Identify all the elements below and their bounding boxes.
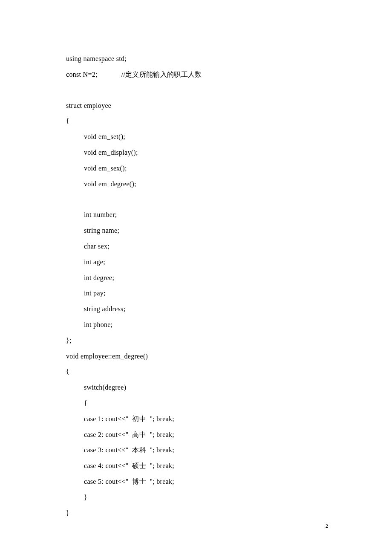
code-line: }: [66, 490, 328, 506]
code-line: int degree;: [66, 270, 328, 286]
code-line: void em_display();: [66, 145, 328, 161]
code-line: case 4: cout<<" 硕士 "; break;: [66, 458, 328, 474]
code-line: case 1: cout<<" 初中 "; break;: [66, 411, 328, 427]
code-line: {: [66, 396, 328, 411]
code-line: case 2: cout<<" 高中 "; break;: [66, 427, 328, 443]
code-line: case 3: cout<<" 本科 "; break;: [66, 442, 328, 458]
code-line: void employee::em_degree(): [66, 349, 328, 364]
code-line: string name;: [66, 223, 328, 239]
code-line: };: [66, 333, 328, 349]
code-line: {: [66, 364, 328, 380]
blank-line: [66, 192, 328, 207]
code-line: struct employee: [66, 98, 328, 114]
code-line: int pay;: [66, 286, 328, 301]
blank-line: [66, 83, 328, 98]
code-line: switch(degree): [66, 380, 328, 396]
code-line: int number;: [66, 207, 328, 223]
code-line: {: [66, 113, 328, 129]
document-page: using namespace std; const N=2; //定义所能输入…: [0, 0, 392, 546]
code-line: string address;: [66, 301, 328, 317]
code-line: case 5: cout<<" 博士 "; break;: [66, 474, 328, 490]
code-line: char sex;: [66, 239, 328, 254]
page-number: 2: [326, 523, 328, 529]
code-line: int age;: [66, 254, 328, 270]
code-line: void em_set();: [66, 129, 328, 145]
code-line: }: [66, 506, 328, 521]
code-line: using namespace std;: [66, 51, 328, 67]
code-line: void em_degree();: [66, 176, 328, 192]
code-line: const N=2; //定义所能输入的职工人数: [66, 67, 328, 83]
code-line: int phone;: [66, 317, 328, 333]
code-line: void em_sex();: [66, 161, 328, 176]
